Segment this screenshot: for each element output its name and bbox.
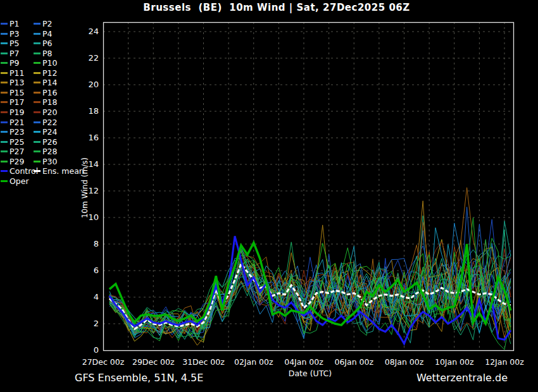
y-axis-title: 10m Wind (m/s) xyxy=(80,157,89,218)
x-tick-label: 31Dec 00z xyxy=(175,357,232,367)
x-tick-label: 06Jan 00z xyxy=(325,357,382,367)
x-tick-label: 04Jan 00z xyxy=(275,357,332,367)
y-tick-label: 20 xyxy=(73,80,99,90)
y-tick-label: 0 xyxy=(73,345,99,355)
x-tick-label: 27Dec 00z xyxy=(75,357,132,367)
y-tick-label: 8 xyxy=(73,239,99,249)
y-tick-label: 22 xyxy=(73,53,99,63)
x-tick-label: 12Jan 00z xyxy=(476,357,533,367)
footer-site-credit: Wetterzentrale.de xyxy=(416,372,508,384)
x-tick-label: 10Jan 00z xyxy=(426,357,483,367)
x-tick-label: 29Dec 00z xyxy=(125,357,182,367)
x-tick-label: 02Jan 00z xyxy=(225,357,282,367)
x-axis-title: Date (UTC) xyxy=(253,369,367,378)
gfs-ensemble-chart-screen: Brussels (BE) 10m Wind | Sat, 27Dec2025 … xyxy=(0,0,538,392)
y-tick-label: 16 xyxy=(73,133,99,143)
footer-model-info: GFS Ensemble, 51N, 4.5E xyxy=(75,372,203,384)
y-tick-label: 4 xyxy=(73,292,99,302)
y-tick-label: 18 xyxy=(73,106,99,116)
y-tick-label: 6 xyxy=(73,266,99,276)
x-tick-label: 08Jan 00z xyxy=(376,357,433,367)
y-tick-label: 24 xyxy=(73,27,99,37)
y-tick-label: 2 xyxy=(73,319,99,329)
